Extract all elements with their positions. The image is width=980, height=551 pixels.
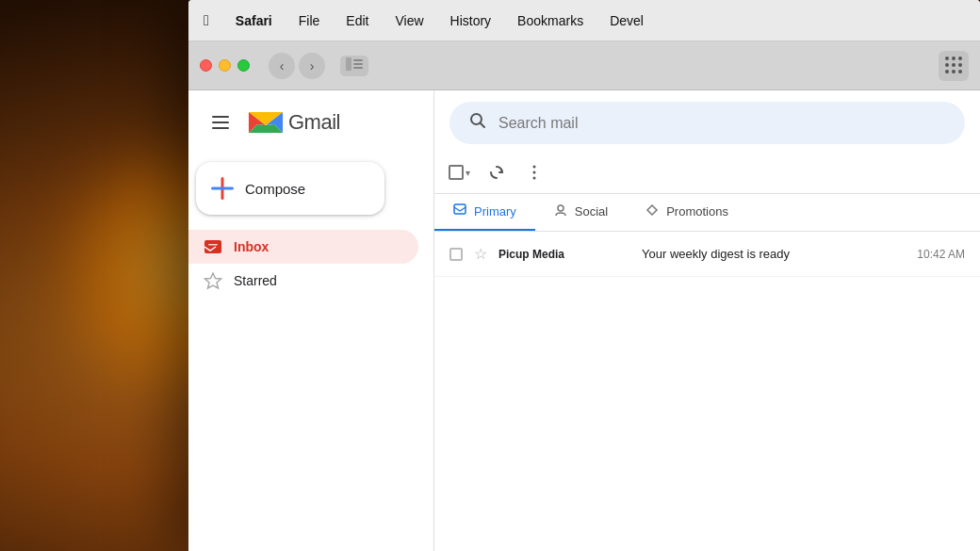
search-icon (468, 111, 487, 135)
hamburger-button[interactable] (204, 105, 237, 139)
menu-bookmarks[interactable]: Bookmarks (514, 11, 587, 30)
mail-time: 10:42 AM (917, 248, 965, 261)
gmail-logo: Gmail (247, 108, 340, 137)
more-options-button[interactable] (517, 155, 551, 189)
menu-safari[interactable]: Safari (232, 11, 276, 30)
row-checkbox[interactable] (449, 248, 463, 261)
sidebar-item-inbox[interactable]: Inbox (188, 230, 418, 264)
svg-line-9 (481, 123, 485, 128)
tab-promotions[interactable]: Promotions (627, 194, 747, 231)
more-options-icon (532, 164, 536, 181)
close-button[interactable] (200, 59, 212, 72)
browser-chrome: ‹ › (188, 41, 980, 90)
menu-history[interactable]: History (447, 11, 496, 30)
gmail-header: Gmail (188, 105, 433, 158)
tabs-row: Primary Social (434, 194, 980, 232)
svg-rect-7 (208, 244, 218, 246)
row-star-icon[interactable]: ☆ (474, 245, 487, 263)
select-all-button[interactable]: ▾ (442, 155, 476, 189)
mail-subject: Your weekly digest is ready (642, 247, 906, 261)
svg-point-14 (558, 205, 564, 211)
traffic-lights (200, 59, 250, 72)
svg-rect-1 (353, 59, 363, 61)
refresh-button[interactable] (480, 155, 514, 189)
primary-tab-label: Primary (474, 204, 516, 219)
sidebar-toggle-button[interactable] (340, 56, 368, 76)
svg-rect-13 (454, 204, 466, 214)
svg-point-11 (533, 171, 536, 174)
grid-dots-icon (945, 57, 963, 74)
maximize-button[interactable] (237, 59, 250, 72)
social-tab-label: Social (575, 204, 608, 219)
starred-label: Starred (234, 273, 277, 288)
mail-sender: Picup Media (498, 247, 630, 261)
gmail-main: Search mail ▾ (433, 90, 980, 551)
compose-label: Compose (245, 181, 305, 197)
gmail-wordmark: Gmail (288, 110, 340, 135)
search-box[interactable]: Search mail (449, 102, 965, 144)
svg-point-12 (533, 177, 536, 180)
apple-logo-icon[interactable]:  (204, 12, 209, 29)
menu-develop[interactable]: Devel (606, 11, 647, 30)
promotions-tab-icon (645, 203, 659, 219)
toolbar-row: ▾ (434, 152, 980, 194)
gmail-m-icon (247, 108, 285, 137)
social-tab-icon (554, 203, 567, 219)
tab-primary[interactable]: Primary (434, 194, 535, 231)
mail-list: ☆ Picup Media Your weekly digest is read… (434, 232, 980, 551)
svg-rect-3 (353, 67, 363, 69)
search-input-placeholder: Search mail (498, 115, 578, 132)
promotions-tab-label: Promotions (666, 204, 728, 219)
star-icon (204, 271, 222, 290)
svg-rect-0 (346, 57, 351, 71)
nav-buttons: ‹ › (269, 53, 325, 79)
menu-file[interactable]: File (295, 11, 324, 30)
inbox-label: Inbox (234, 239, 269, 254)
compose-button[interactable]: Compose (196, 162, 384, 215)
apps-grid-button[interactable] (939, 51, 969, 81)
gmail-content: Gmail Compose Inbox (188, 90, 980, 551)
svg-rect-2 (353, 63, 363, 65)
checkbox-icon (449, 165, 464, 180)
refresh-icon (488, 164, 505, 181)
checkbox-dropdown-icon: ▾ (466, 168, 470, 178)
back-button[interactable]: ‹ (269, 53, 295, 79)
laptop-screen:  Safari File Edit View History Bookmark… (188, 0, 980, 551)
sidebar-toggle-icon (346, 57, 363, 73)
svg-rect-6 (204, 240, 221, 253)
menu-view[interactable]: View (391, 11, 427, 30)
svg-point-10 (533, 166, 536, 169)
primary-tab-icon (453, 203, 466, 219)
tab-social[interactable]: Social (535, 194, 627, 231)
hamburger-icon (212, 116, 229, 129)
inbox-icon (204, 237, 222, 256)
menu-bar:  Safari File Edit View History Bookmark… (188, 0, 980, 41)
table-row[interactable]: ☆ Picup Media Your weekly digest is read… (434, 232, 980, 277)
compose-plus-icon (211, 177, 234, 200)
menu-edit[interactable]: Edit (342, 11, 372, 30)
sidebar-item-starred[interactable]: Starred (188, 264, 418, 298)
minimize-button[interactable] (219, 59, 231, 72)
gmail-sidebar: Gmail Compose Inbox (188, 90, 433, 551)
search-area: Search mail (434, 90, 980, 152)
forward-button[interactable]: › (299, 53, 325, 79)
